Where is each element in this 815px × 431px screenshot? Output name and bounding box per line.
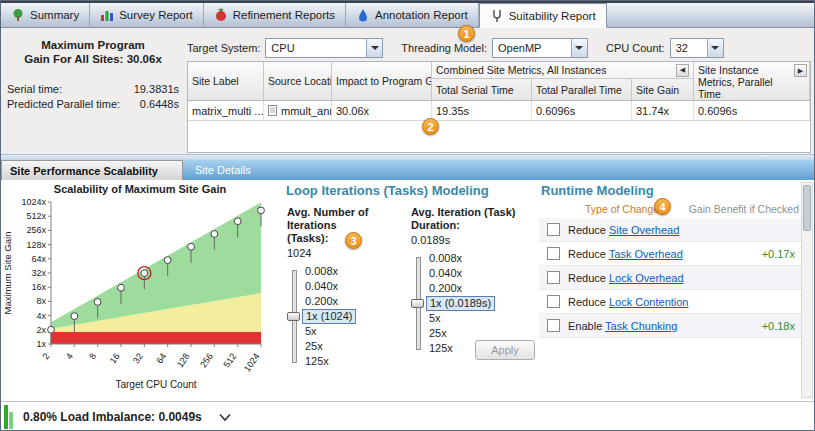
serial-time-value: 19.3831s bbox=[134, 82, 179, 97]
gain-benefit-value: +0.18x bbox=[762, 320, 795, 332]
tab-annotation-report[interactable]: Annotation Report bbox=[346, 3, 479, 27]
summary-icon bbox=[11, 8, 25, 22]
column-header-source-location[interactable]: Source Location bbox=[264, 62, 332, 100]
slider-option[interactable]: 0.008x bbox=[302, 264, 356, 279]
column-header-site-gain[interactable]: Site Gain bbox=[632, 79, 694, 100]
slider-option[interactable]: 1x (1024) bbox=[302, 309, 356, 324]
slider-option[interactable]: 0.200x bbox=[426, 281, 495, 296]
suitability-report-window: Summary Survey Report Refinement Reports… bbox=[0, 0, 815, 431]
svg-text:1024: 1024 bbox=[242, 351, 262, 373]
iterations-modeling-column: Avg. Number of Iterations (Tasks): 1024 … bbox=[287, 206, 407, 369]
column-header-total-serial-time[interactable]: Total Serial Time bbox=[432, 79, 532, 100]
gain-benefit-header: Gain Benefit if Checked bbox=[689, 203, 799, 215]
runtime-change-checkbox[interactable] bbox=[547, 223, 560, 236]
threading-model-value: OpenMP bbox=[498, 42, 541, 54]
chevron-down-icon[interactable] bbox=[218, 413, 232, 422]
cell-source-location[interactable]: mmult_ann ... bbox=[264, 101, 332, 121]
slider-option[interactable]: 1x (0.0189s) bbox=[426, 296, 495, 311]
cpu-count-value: 32 bbox=[676, 42, 688, 54]
cell-impact[interactable]: 30.06x bbox=[332, 101, 432, 121]
cell-total-serial-time[interactable]: 19.35s bbox=[432, 101, 532, 121]
cell-site-label[interactable]: matrix_multi ... bbox=[188, 101, 264, 121]
slider-option[interactable]: 0.008x bbox=[426, 251, 495, 266]
cpu-count-label: CPU Count: bbox=[606, 42, 665, 54]
runtime-change-checkbox[interactable] bbox=[547, 247, 560, 260]
tab-label: Refinement Reports bbox=[233, 9, 335, 21]
runtime-change-checkbox[interactable] bbox=[547, 295, 560, 308]
iterations-label-line1: Avg. Number of Iterations bbox=[287, 206, 407, 232]
document-icon bbox=[268, 105, 277, 116]
max-gain-title-line1: Maximum Program bbox=[7, 38, 179, 52]
svg-text:256x: 256x bbox=[26, 225, 46, 235]
slider-option[interactable]: 25x bbox=[302, 339, 356, 354]
duration-label-line2: Duration: bbox=[411, 219, 531, 232]
runtime-change-link[interactable]: Task Overhead bbox=[609, 248, 683, 260]
slider-track[interactable] bbox=[287, 264, 302, 369]
runtime-change-row: Reduce Site Overhead bbox=[539, 218, 801, 242]
column-header-site-label[interactable]: Site Label bbox=[188, 62, 264, 100]
column-header-total-parallel-time[interactable]: Total Parallel Time bbox=[532, 79, 632, 100]
slider-option[interactable]: 0.040x bbox=[426, 266, 495, 281]
slider-option[interactable]: 0.040x bbox=[302, 279, 356, 294]
site-performance-scalability-panel: Scalability of Maximum Site Gain 1x2x4x8… bbox=[1, 180, 814, 401]
threading-model-label: Threading Model: bbox=[401, 42, 487, 54]
tab-label: Annotation Report bbox=[375, 9, 468, 21]
runtime-change-checkbox[interactable] bbox=[547, 271, 560, 284]
cell-total-parallel-time[interactable]: 0.6096s bbox=[532, 101, 632, 121]
slider-option[interactable]: 5x bbox=[302, 324, 356, 339]
runtime-change-link[interactable]: Lock Overhead bbox=[609, 272, 684, 284]
slider-option[interactable]: 0.200x bbox=[302, 294, 356, 309]
slider-option[interactable]: 25x bbox=[426, 326, 495, 341]
slider-track[interactable] bbox=[411, 251, 426, 356]
step-badge-1: 1 bbox=[458, 25, 475, 42]
duration-modeling-column: Avg. Iteration (Task) Duration: 0.0189s … bbox=[411, 206, 531, 356]
predicted-parallel-time-value: 0.6448s bbox=[140, 97, 179, 112]
apply-button[interactable]: Apply bbox=[475, 340, 535, 360]
tab-site-performance-scalability[interactable]: Site Performance Scalability bbox=[1, 160, 183, 180]
cpu-count-select[interactable]: 32 bbox=[670, 38, 724, 58]
tab-summary[interactable]: Summary bbox=[1, 3, 90, 27]
runtime-change-label: Enable Task Chunking bbox=[568, 320, 762, 332]
column-header-impact[interactable]: Impact to Program Gain bbox=[332, 62, 432, 100]
tab-refinement-reports[interactable]: Refinement Reports bbox=[204, 3, 346, 27]
dropdown-arrow-icon[interactable] bbox=[707, 39, 723, 57]
threading-model-select[interactable]: OpenMP bbox=[492, 38, 588, 58]
target-system-value: CPU bbox=[271, 42, 294, 54]
iterations-value: 1024 bbox=[287, 247, 407, 260]
vertical-scrollbar[interactable] bbox=[801, 182, 813, 398]
target-system-select[interactable]: CPU bbox=[265, 38, 383, 58]
runtime-change-row: Reduce Lock Contention bbox=[539, 290, 801, 314]
svg-text:32: 32 bbox=[131, 351, 145, 365]
tab-survey-report[interactable]: Survey Report bbox=[90, 3, 204, 27]
svg-text:128: 128 bbox=[175, 351, 192, 369]
slider-option[interactable]: 5x bbox=[426, 311, 495, 326]
survey-report-icon bbox=[100, 8, 114, 22]
table-row[interactable]: matrix_multi ... mmult_ann ... 30.06x 19… bbox=[188, 101, 810, 121]
slider-option[interactable]: 125x bbox=[302, 354, 356, 369]
runtime-change-link[interactable]: Lock Contention bbox=[609, 296, 689, 308]
duration-value: 0.0189s bbox=[411, 234, 531, 247]
cell-instance-parallel-time[interactable]: 0.6096s bbox=[694, 101, 810, 121]
dropdown-arrow-icon[interactable] bbox=[571, 39, 587, 57]
tab-site-details[interactable]: Site Details bbox=[195, 164, 251, 176]
runtime-change-checkbox[interactable] bbox=[547, 319, 560, 332]
svg-text:16: 16 bbox=[108, 351, 122, 365]
runtime-change-row: Enable Task Chunking+0.18x bbox=[539, 314, 801, 338]
runtime-change-link[interactable]: Task Chunking bbox=[605, 320, 677, 332]
scrollbar-thumb[interactable] bbox=[803, 185, 811, 231]
svg-text:2: 2 bbox=[41, 351, 52, 361]
slider-handle[interactable] bbox=[411, 299, 424, 308]
scroll-right-icon[interactable]: ▶ bbox=[794, 64, 807, 77]
svg-text:8x: 8x bbox=[36, 296, 46, 306]
tab-label: Suitability Report bbox=[509, 10, 596, 22]
slider-handle[interactable] bbox=[287, 312, 300, 321]
svg-text:1024x: 1024x bbox=[21, 197, 46, 207]
dropdown-arrow-icon[interactable] bbox=[366, 39, 382, 57]
tab-suitability-report[interactable]: Suitability Report bbox=[479, 3, 607, 28]
cell-site-gain[interactable]: 31.74x bbox=[632, 101, 694, 121]
runtime-change-label: Reduce Lock Contention bbox=[568, 296, 795, 308]
group-header-label: Combined Site Metrics, All Instances bbox=[436, 64, 606, 76]
runtime-change-link[interactable]: Site Overhead bbox=[609, 224, 679, 236]
scroll-left-icon[interactable]: ◀ bbox=[676, 64, 689, 77]
gain-summary: Maximum Program Gain For All Sites: 30.0… bbox=[7, 38, 179, 112]
